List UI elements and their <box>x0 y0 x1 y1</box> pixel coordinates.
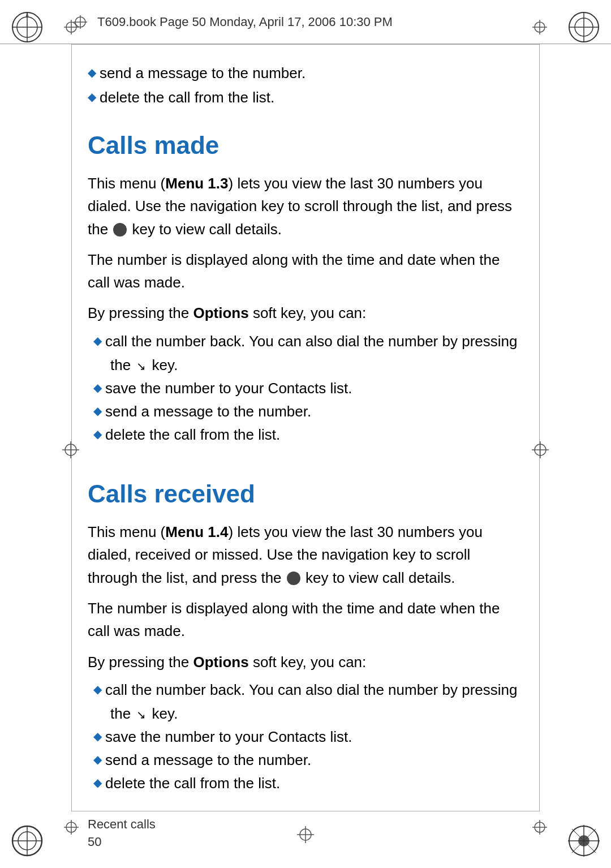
diamond-icon-4: ◆ <box>93 379 102 396</box>
send-key-icon-1: ↘ <box>136 360 146 372</box>
calls-received-bullet-1-sub: the ↘ key. <box>110 702 523 725</box>
calls-made-bullet-4-text: delete the call from the list. <box>105 424 280 446</box>
calls-received-para-1: This menu (Menu 1.4) lets you view the l… <box>88 521 523 589</box>
intro-bullet-2: ◆ delete the call from the list. <box>88 87 523 109</box>
calls-made-bullet-1-sub: the ↘ key. <box>110 354 523 376</box>
corner-mark-br <box>567 824 601 858</box>
cross-right-mid <box>532 441 549 461</box>
calls-received-para-2: The number is displayed along with the t… <box>88 597 523 643</box>
corner-mark-bl <box>10 824 44 858</box>
calls-made-bullet-2: ◆ save the number to your Contacts list. <box>93 377 523 399</box>
calls-received-bullet-3-text: send a message to the number. <box>105 749 311 771</box>
cross-top-left <box>64 20 79 37</box>
calls-received-bullet-2-text: save the number to your Contacts list. <box>105 726 352 748</box>
section-gap <box>88 457 523 474</box>
calls-received-bullet-4: ◆ delete the call from the list. <box>93 772 523 794</box>
header-bar: T609.book Page 50 Monday, April 17, 2006… <box>0 0 611 44</box>
calls-received-bullet-3: ◆ send a message to the number. <box>93 749 523 771</box>
diamond-icon-6: ◆ <box>93 426 102 442</box>
calls-made-section: Calls made This menu (Menu 1.3) lets you… <box>88 131 523 446</box>
intro-bullet-1: ◆ send a message to the number. <box>88 62 523 84</box>
calls-made-bullet-list: ◆ call the number back. You can also dia… <box>93 330 523 446</box>
calls-made-bullet-3: ◆ send a message to the number. <box>93 401 523 423</box>
diamond-icon-2: ◆ <box>88 88 96 105</box>
calls-received-bullet-list: ◆ call the number back. You can also dia… <box>93 679 523 794</box>
calls-received-bullet-1: ◆ call the number back. You can also dia… <box>93 679 523 701</box>
top-border-line <box>71 44 540 45</box>
calls-received-options-label: By pressing the Options soft key, you ca… <box>88 651 523 673</box>
page: T609.book Page 50 Monday, April 17, 2006… <box>0 0 611 868</box>
calls-received-section: Calls received This menu (Menu 1.4) lets… <box>88 480 523 794</box>
cross-left-mid <box>62 441 79 461</box>
cross-top-right <box>532 20 547 37</box>
calls-made-bullet-1-text: call the number back. You can also dial … <box>105 330 517 353</box>
calls-made-para-1: This menu (Menu 1.3) lets you view the l… <box>88 172 523 240</box>
header-text: T609.book Page 50 Monday, April 17, 2006… <box>97 15 393 29</box>
cross-bottom-center <box>297 826 314 845</box>
intro-bullet-1-text: send a message to the number. <box>100 62 306 84</box>
calls-made-bullet-3-text: send a message to the number. <box>105 401 311 423</box>
diamond-icon-5: ◆ <box>93 402 102 419</box>
calls-made-bullet-4: ◆ delete the call from the list. <box>93 424 523 446</box>
calls-made-heading: Calls made <box>88 131 523 160</box>
calls-made-bullet-2-text: save the number to your Contacts list. <box>105 377 352 399</box>
cross-bottom-left <box>64 820 79 837</box>
send-key-icon-2: ↘ <box>136 708 146 721</box>
intro-bullets: ◆ send a message to the number. ◆ delete… <box>88 62 523 109</box>
calls-received-bullet-1-text: call the number back. You can also dial … <box>105 679 517 701</box>
calls-received-heading: Calls received <box>88 480 523 508</box>
nav-key-icon-1 <box>113 223 127 237</box>
calls-made-para-2: The number is displayed along with the t… <box>88 248 523 294</box>
diamond-icon-10: ◆ <box>93 774 102 791</box>
cross-bottom-right <box>532 820 547 837</box>
main-content: ◆ send a message to the number. ◆ delete… <box>88 62 523 794</box>
intro-bullet-2-text: delete the call from the list. <box>100 87 274 109</box>
calls-made-options-label: By pressing the Options soft key, you ca… <box>88 302 523 324</box>
bottom-border-line <box>71 811 540 811</box>
diamond-icon-7: ◆ <box>93 681 102 698</box>
diamond-icon-9: ◆ <box>93 751 102 768</box>
diamond-icon-1: ◆ <box>88 64 96 81</box>
calls-made-bullet-1: ◆ call the number back. You can also dia… <box>93 330 523 353</box>
calls-received-bullet-4-text: delete the call from the list. <box>105 772 280 794</box>
nav-key-icon-2 <box>287 571 300 585</box>
diamond-icon-8: ◆ <box>93 728 102 745</box>
margin-line-left <box>71 44 72 811</box>
margin-line-right <box>539 44 540 811</box>
calls-received-bullet-2: ◆ save the number to your Contacts list. <box>93 726 523 748</box>
diamond-icon-3: ◆ <box>93 332 102 349</box>
